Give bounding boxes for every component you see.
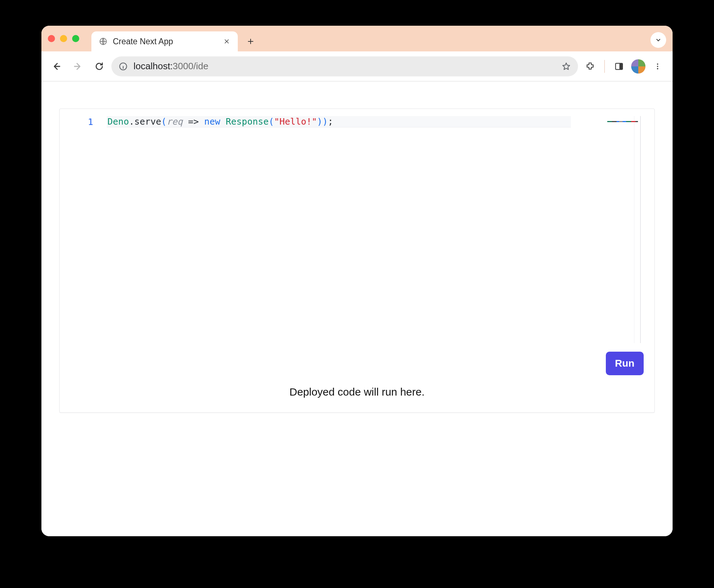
editor-scrollbar[interactable] (640, 116, 641, 343)
globe-icon (99, 37, 108, 46)
window-controls (48, 35, 79, 42)
url-text: localhost:3000/ide (134, 61, 208, 72)
editor-overview-ruler (634, 116, 634, 343)
browser-window: Create Next App (41, 26, 673, 536)
output-placeholder: Deployed code will run here. (60, 386, 654, 398)
tok-rparen2: ) (317, 116, 322, 127)
svg-point-4 (657, 63, 658, 65)
forward-button[interactable] (69, 57, 87, 76)
svg-point-5 (657, 66, 658, 67)
tok-semicolon: ; (328, 116, 333, 127)
ide-panel: 1 Deno.serve(req => new Response("Hello!… (59, 109, 655, 413)
editor-gutter: 1 (60, 115, 102, 343)
window-close-button[interactable] (48, 35, 55, 42)
new-tab-button[interactable] (243, 34, 258, 49)
tok-lparen1: ( (161, 116, 167, 127)
side-panel-button[interactable] (610, 57, 628, 76)
close-tab-button[interactable] (222, 37, 231, 46)
run-button[interactable]: Run (606, 352, 644, 375)
window-minimize-button[interactable] (60, 35, 67, 42)
tok-arrow: => (183, 116, 204, 127)
tabs-dropdown-button[interactable] (650, 32, 666, 48)
line-number: 1 (60, 117, 93, 127)
back-button[interactable] (47, 57, 66, 76)
tab-strip: Create Next App (41, 26, 673, 51)
reload-button[interactable] (90, 57, 109, 76)
extensions-button[interactable] (581, 57, 599, 76)
bookmark-button[interactable] (561, 61, 572, 72)
svg-point-6 (657, 68, 658, 69)
site-info-icon[interactable] (118, 61, 129, 72)
tok-string: "Hello!" (274, 116, 317, 127)
run-button-label: Run (615, 358, 634, 369)
tok-serve: .serve (129, 116, 161, 127)
page-content: 1 Deno.serve(req => new Response("Hello!… (41, 81, 673, 536)
url-host: localhost: (134, 61, 173, 71)
browser-menu-button[interactable] (648, 57, 667, 76)
tok-req: req (167, 116, 183, 127)
tok-space (220, 116, 226, 127)
tok-deno: Deno (107, 116, 129, 127)
code-line[interactable]: Deno.serve(req => new Response("Hello!")… (107, 115, 571, 129)
tab-title: Create Next App (113, 37, 217, 46)
editor-minimap[interactable] (607, 121, 638, 122)
tok-new: new (204, 116, 220, 127)
code-editor[interactable]: 1 Deno.serve(req => new Response("Hello!… (60, 115, 654, 343)
tok-rparen1: ) (322, 116, 328, 127)
tok-lparen2: ( (269, 116, 274, 127)
window-maximize-button[interactable] (72, 35, 79, 42)
tok-response: Response (226, 116, 268, 127)
profile-avatar[interactable] (631, 59, 645, 74)
svg-rect-3 (619, 63, 623, 69)
address-bar[interactable]: localhost:3000/ide (111, 56, 578, 76)
toolbar-separator (604, 60, 605, 73)
url-path: 3000/ide (173, 61, 208, 71)
browser-tab[interactable]: Create Next App (91, 31, 238, 51)
browser-toolbar: localhost:3000/ide (41, 51, 673, 81)
